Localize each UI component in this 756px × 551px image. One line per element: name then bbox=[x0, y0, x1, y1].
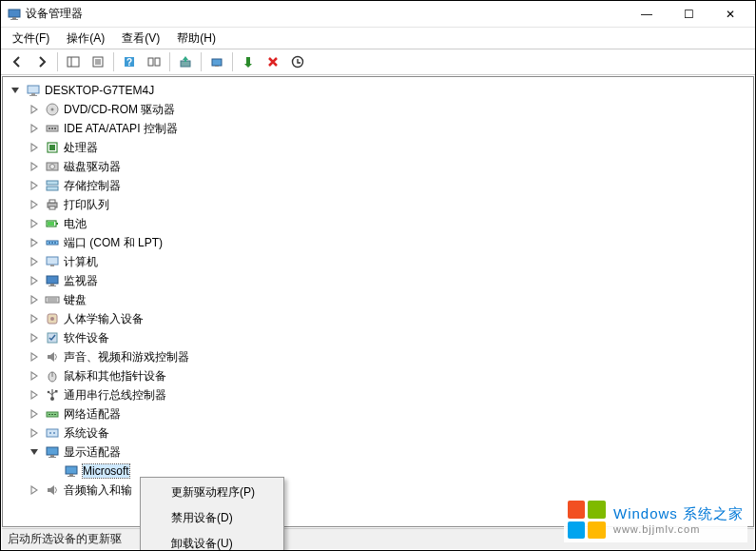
tree-category-ports[interactable]: 端口 (COM 和 LPT) bbox=[7, 233, 753, 252]
tree-category-keyboard[interactable]: 键盘 bbox=[7, 290, 753, 309]
app-icon bbox=[7, 7, 22, 22]
enable-device-button[interactable] bbox=[237, 50, 260, 73]
svg-rect-71 bbox=[48, 457, 56, 458]
maximize-button[interactable]: ☐ bbox=[668, 2, 709, 27]
svg-rect-74 bbox=[68, 476, 75, 477]
expander-icon[interactable] bbox=[28, 331, 41, 344]
tree-category-sysdev[interactable]: 系统设备 bbox=[7, 423, 753, 443]
tree-category-ide[interactable]: IDE ATA/ATAPI 控制器 bbox=[7, 119, 753, 138]
svg-rect-2 bbox=[10, 19, 18, 20]
svg-rect-12 bbox=[155, 58, 160, 66]
action-button[interactable] bbox=[143, 50, 165, 73]
tree-category-battery[interactable]: 电池 bbox=[7, 214, 753, 233]
expander-placeholder bbox=[47, 464, 60, 478]
tree-category-usb[interactable]: 通用串行总线控制器 bbox=[7, 385, 753, 404]
expander-icon[interactable] bbox=[28, 445, 41, 459]
ctx-disable-device[interactable]: 禁用设备(D) bbox=[143, 505, 281, 531]
tree-category-printq[interactable]: 打印队列 bbox=[7, 195, 753, 214]
svg-rect-24 bbox=[48, 128, 50, 129]
tree-category-label: 声音、视频和游戏控制器 bbox=[64, 349, 189, 365]
svg-rect-3 bbox=[68, 57, 79, 67]
expander-icon[interactable] bbox=[28, 160, 41, 173]
menu-view[interactable]: 查看(V) bbox=[114, 29, 167, 49]
expander-icon[interactable] bbox=[28, 179, 41, 192]
svg-point-41 bbox=[51, 242, 53, 244]
svg-rect-66 bbox=[47, 429, 58, 437]
expander-icon[interactable] bbox=[28, 369, 41, 383]
expander-icon[interactable] bbox=[28, 217, 41, 230]
hid-icon bbox=[45, 311, 60, 326]
expander-icon[interactable] bbox=[28, 236, 41, 249]
ctx-update-driver[interactable]: 更新驱动程序(P) bbox=[143, 480, 281, 505]
keyboard-icon bbox=[45, 292, 60, 307]
expander-icon[interactable] bbox=[28, 103, 41, 116]
uninstall-device-button[interactable] bbox=[262, 50, 284, 73]
svg-rect-69 bbox=[47, 447, 58, 455]
expander-icon[interactable] bbox=[28, 198, 41, 211]
svg-rect-43 bbox=[47, 257, 58, 265]
svg-rect-46 bbox=[50, 284, 54, 285]
battery-icon bbox=[45, 216, 60, 231]
device-tree-panel[interactable]: DESKTOP-G7TEM4J DVD/CD-ROM 驱动器IDE ATA/AT… bbox=[2, 76, 754, 527]
tree-category-netadp[interactable]: 网络适配器 bbox=[7, 404, 753, 423]
tree-category-softdev[interactable]: 软件设备 bbox=[7, 328, 753, 347]
watermark-line2: www.bjjmlv.com bbox=[613, 523, 744, 535]
back-button[interactable] bbox=[6, 50, 29, 73]
expander-icon[interactable] bbox=[28, 312, 41, 325]
ctx-uninstall-device[interactable]: 卸载设备(U) bbox=[143, 531, 281, 551]
properties-button[interactable] bbox=[87, 50, 109, 73]
svg-rect-19 bbox=[31, 93, 35, 95]
expander-icon[interactable] bbox=[28, 483, 41, 497]
pc-icon bbox=[45, 254, 60, 269]
show-hide-tree-button[interactable] bbox=[62, 50, 85, 73]
svg-rect-34 bbox=[49, 200, 55, 203]
tree-category-cpu[interactable]: 处理器 bbox=[7, 138, 753, 157]
tree-category-computer[interactable]: 计算机 bbox=[7, 252, 753, 271]
tree-category-storage[interactable]: 存储控制器 bbox=[7, 176, 753, 195]
scan-hardware-button[interactable] bbox=[205, 50, 228, 73]
expander-icon[interactable] bbox=[28, 274, 41, 287]
close-button[interactable]: ✕ bbox=[709, 2, 751, 27]
expander-icon[interactable] bbox=[28, 293, 41, 306]
expander-icon[interactable] bbox=[28, 426, 41, 440]
menu-bar: 文件(F) 操作(A) 查看(V) 帮助(H) bbox=[1, 28, 755, 49]
tree-device-msbasic[interactable]: Microsoft bbox=[7, 462, 753, 481]
tree-category-label: 通用串行总线控制器 bbox=[64, 387, 166, 403]
tree-category-label: 键盘 bbox=[64, 292, 87, 308]
tree-category-display[interactable]: 显示适配器 bbox=[7, 443, 753, 462]
expander-icon[interactable] bbox=[28, 122, 41, 135]
tree-device-label: Microsoft bbox=[83, 464, 129, 478]
tree-category-dvd[interactable]: DVD/CD-ROM 驱动器 bbox=[7, 100, 753, 119]
tree-category-mouse[interactable]: 鼠标和其他指针设备 bbox=[7, 366, 753, 385]
menu-file[interactable]: 文件(F) bbox=[5, 29, 57, 49]
expander-icon[interactable] bbox=[9, 84, 22, 97]
minimize-button[interactable]: — bbox=[626, 2, 668, 27]
svg-rect-72 bbox=[66, 466, 77, 474]
expander-icon[interactable] bbox=[28, 388, 41, 402]
tree-root[interactable]: DESKTOP-G7TEM4J bbox=[7, 81, 753, 100]
expander-icon[interactable] bbox=[28, 255, 41, 268]
device-tree: DESKTOP-G7TEM4J DVD/CD-ROM 驱动器IDE ATA/AT… bbox=[3, 77, 753, 500]
menu-help[interactable]: 帮助(H) bbox=[169, 29, 223, 49]
tree-category-sound[interactable]: 声音、视频和游戏控制器 bbox=[7, 347, 753, 366]
system-icon bbox=[45, 425, 60, 441]
tree-category-label: 显示适配器 bbox=[64, 444, 121, 461]
svg-rect-73 bbox=[69, 474, 73, 476]
svg-point-22 bbox=[51, 108, 54, 111]
svg-rect-20 bbox=[29, 95, 37, 96]
tree-category-hid[interactable]: 人体学输入设备 bbox=[7, 309, 753, 328]
update-driver-button[interactable] bbox=[174, 50, 197, 73]
svg-rect-45 bbox=[47, 276, 58, 284]
help-button[interactable]: ? bbox=[118, 50, 141, 73]
disable-device-button[interactable] bbox=[286, 50, 309, 73]
tree-category-diskdrv[interactable]: 磁盘驱动器 bbox=[7, 157, 753, 176]
tree-category-label: 处理器 bbox=[64, 140, 98, 156]
expander-icon[interactable] bbox=[28, 407, 41, 421]
expander-icon[interactable] bbox=[28, 141, 41, 154]
menu-action[interactable]: 操作(A) bbox=[59, 29, 112, 49]
tree-category-monitor[interactable]: 监视器 bbox=[7, 271, 753, 290]
expander-icon[interactable] bbox=[28, 350, 41, 364]
forward-button[interactable] bbox=[30, 50, 53, 73]
disc-icon bbox=[45, 102, 60, 117]
tree-category-label: 计算机 bbox=[64, 254, 98, 270]
